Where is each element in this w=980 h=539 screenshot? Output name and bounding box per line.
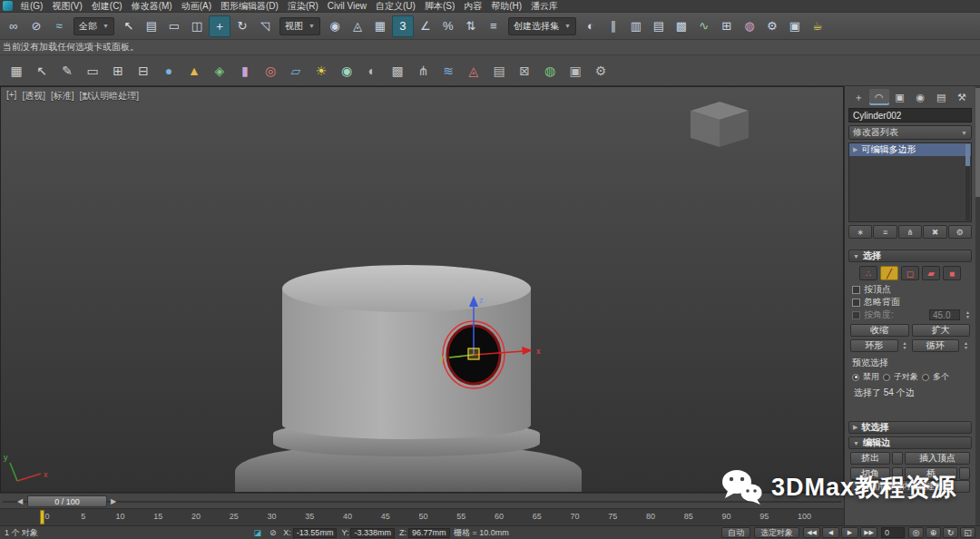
select-link-icon[interactable]: ∞	[3, 15, 24, 37]
menu-item[interactable]: Civil View	[323, 0, 371, 13]
menu-item[interactable]: 组(G)	[16, 0, 47, 13]
chamfer-button[interactable]: 切角	[850, 467, 890, 480]
ribbon-triangle-icon[interactable]: ◬	[462, 59, 485, 83]
pin-stack-icon[interactable]: ∗	[848, 225, 872, 239]
bind-spacewarp-icon[interactable]: ≈	[48, 15, 70, 37]
extrude-settings-button[interactable]	[892, 452, 903, 465]
material-editor-icon[interactable]: ◍	[739, 15, 760, 37]
viewport-standard-menu[interactable]: [标准]	[51, 90, 74, 103]
motion-tab-icon[interactable]: ◉	[910, 89, 930, 105]
orbit-icon[interactable]: ↻	[943, 527, 958, 538]
render-production-icon[interactable]: ☕	[807, 15, 828, 37]
menu-item[interactable]: 图形编辑器(D)	[216, 0, 283, 13]
ribbon-camera-icon[interactable]: ◉	[335, 59, 358, 83]
ribbon-shrink-icon[interactable]: ⊟	[132, 59, 155, 83]
ribbon-plane-icon[interactable]: ▱	[284, 59, 308, 83]
configure-modifier-icon[interactable]: ⚙	[948, 225, 972, 239]
select-move-icon[interactable]: ＋	[209, 15, 230, 37]
menu-item[interactable]: 脚本(S)	[420, 0, 459, 13]
object-name-field[interactable]	[848, 108, 972, 122]
previous-frame-arrow[interactable]: ◀	[17, 497, 23, 505]
loop-button[interactable]: 循环	[912, 339, 960, 352]
coordinate-field[interactable]: X: -13.55mm	[283, 528, 337, 538]
zoom-icon[interactable]: ◎	[908, 527, 924, 538]
ribbon-selection-icon[interactable]: ↖	[30, 59, 54, 83]
use-center-icon[interactable]: ◉	[324, 15, 346, 37]
auto-key-button[interactable]: 自动	[721, 527, 750, 538]
next-frame-arrow[interactable]: ▶	[111, 497, 116, 505]
modifier-list-dropdown[interactable]: 修改器列表 ▼	[848, 125, 972, 140]
named-selection-sets-dropdown[interactable]: 创建选择集 ▼	[508, 17, 576, 35]
preview-disable-radio[interactable]	[852, 374, 859, 381]
render-setup-icon[interactable]: ⚙	[761, 15, 783, 37]
snap-toggle-3d-icon[interactable]: 3	[392, 15, 414, 37]
coordinate-value[interactable]: -3.338mm	[350, 528, 395, 538]
vertex-mode-icon[interactable]: ∴	[859, 266, 877, 280]
viewport-pov-menu[interactable]: [透视]	[22, 90, 45, 103]
current-frame-field[interactable]: 0	[881, 527, 905, 538]
window-crossing-icon[interactable]: ◫	[186, 15, 208, 37]
select-object-icon[interactable]: ↖	[118, 15, 140, 37]
expand-arrow-icon[interactable]: ▶	[853, 146, 858, 153]
create-tab-icon[interactable]: ＋	[848, 89, 868, 105]
selection-rollout-header[interactable]: ▼ 选择	[848, 250, 972, 262]
angle-snap-icon[interactable]: ∠	[415, 15, 436, 37]
ribbon-wave-icon[interactable]: ≋	[436, 59, 460, 83]
maximize-viewport-icon[interactable]: ◱	[960, 527, 975, 538]
play-icon[interactable]: ▶	[841, 527, 858, 538]
bridge-button[interactable]: 桥	[905, 467, 957, 480]
preview-multiple-radio[interactable]	[922, 374, 929, 381]
ribbon-panel-icon[interactable]: ▣	[564, 59, 587, 83]
grow-button[interactable]: 扩大	[912, 324, 971, 337]
ribbon-branch-icon[interactable]: ⋔	[411, 59, 435, 83]
pan-icon[interactable]: ⊕	[926, 527, 941, 538]
keyboard-override-icon[interactable]: ▦	[369, 15, 391, 37]
selected-filter-button[interactable]: 选定对象	[754, 527, 799, 538]
show-end-result-icon[interactable]: ≡	[873, 225, 897, 239]
remove-modifier-icon[interactable]: ✖	[923, 225, 946, 239]
polygon-mode-icon[interactable]: ▰	[922, 266, 940, 280]
ribbon-settings-icon[interactable]: ⚙	[589, 59, 612, 83]
go-to-start-icon[interactable]: ◀◀	[803, 527, 820, 538]
perspective-viewport[interactable]: z x y x	[0, 86, 844, 493]
stack-item-editable-poly[interactable]: ▶ 可编辑多边形	[849, 143, 971, 156]
ribbon-target-icon[interactable]: ◍	[538, 59, 562, 83]
spinner-snap-icon[interactable]: ⇅	[460, 15, 482, 37]
menu-item[interactable]: 自定义(U)	[371, 0, 420, 13]
ribbon-box-icon[interactable]: ◈	[208, 59, 231, 83]
menu-item[interactable]: 渲染(R)	[283, 0, 323, 13]
soft-selection-rollout-header[interactable]: ▶ 软选择	[848, 421, 972, 434]
menu-item[interactable]: 潘云库	[526, 0, 563, 13]
create-shape-button[interactable]: 利用所选内容创建图形	[850, 480, 970, 493]
select-by-name-icon[interactable]: ▤	[141, 15, 162, 37]
selection-lock-icon[interactable]: ⊘	[266, 527, 279, 538]
ribbon-lattice-icon[interactable]: ▩	[386, 59, 409, 83]
ribbon-sphere-icon[interactable]: ●	[157, 59, 181, 83]
ring-button[interactable]: 环形	[850, 339, 898, 352]
next-frame-icon[interactable]: ▶▶	[860, 527, 877, 538]
coordinate-field[interactable]: Y: -3.338mm	[341, 528, 395, 538]
stack-scrollbar[interactable]	[965, 144, 970, 220]
rectangular-region-icon[interactable]: ▭	[163, 15, 185, 37]
chamfer-settings-button[interactable]	[892, 467, 903, 480]
edge-mode-icon[interactable]: ╱	[880, 266, 898, 280]
utilities-tab-icon[interactable]: ⚒	[952, 89, 972, 105]
menu-item[interactable]: 视图(V)	[47, 0, 86, 13]
reference-coordsys-dropdown[interactable]: 视图 ▼	[279, 17, 320, 35]
ribbon-torus-icon[interactable]: ◎	[259, 59, 282, 83]
ribbon-cone-icon[interactable]: ▲	[182, 59, 206, 83]
select-rotate-icon[interactable]: ↻	[231, 15, 253, 37]
bridge-settings-button[interactable]	[959, 467, 970, 480]
scene-explorer-icon[interactable]: ▥	[625, 15, 647, 37]
menu-item[interactable]: 动画(A)	[177, 0, 216, 13]
ribbon-grid-icon[interactable]: ⊠	[513, 59, 536, 83]
menu-item[interactable]: 内容	[459, 0, 486, 13]
layer-explorer-icon[interactable]: ▤	[648, 15, 670, 37]
app-logo-icon[interactable]	[3, 1, 13, 11]
shrink-button[interactable]: 收缩	[850, 324, 909, 337]
element-mode-icon[interactable]: ■	[943, 266, 961, 280]
preview-subobject-radio[interactable]	[883, 374, 890, 381]
coordinate-field[interactable]: Z: 96.77mm	[399, 528, 450, 538]
track-bar[interactable]: 0510152025303540455055606570758085909510…	[0, 508, 844, 525]
modifier-stack[interactable]: ▶ 可编辑多边形	[848, 142, 972, 222]
